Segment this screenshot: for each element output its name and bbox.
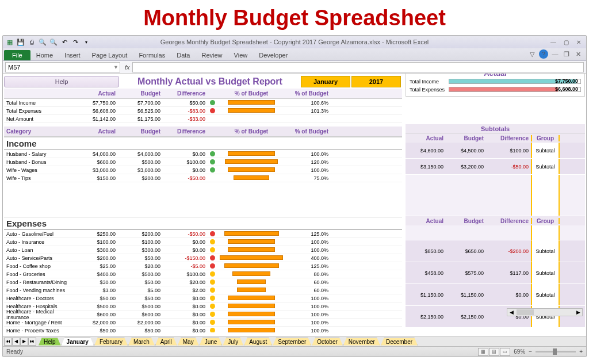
- tab-review[interactable]: Review: [196, 50, 228, 60]
- close-icon[interactable]: ✕: [575, 38, 583, 46]
- sheet-tab-october[interactable]: October: [312, 338, 343, 346]
- tab-insert[interactable]: Insert: [59, 50, 86, 60]
- year-cell[interactable]: 2017: [351, 76, 401, 87]
- data-row[interactable]: Food - Vending machines$3.00$5.00 $2.00 …: [4, 286, 402, 294]
- data-row[interactable]: Husband - Bonus$600.00$500.00 $100.00 12…: [4, 158, 402, 166]
- data-row[interactable]: Food - Restaurants/Dining$30.00$50.00 $2…: [4, 278, 402, 286]
- data-row[interactable]: Food - Groceries$400.00$500.00 $100.00 8…: [4, 270, 402, 278]
- quick-access-toolbar: ▦ 💾 ⎙ 🔍 🔍 ↶ ↷ ▾ Georges Monthly Budget S…: [3, 36, 586, 48]
- sheet-tab-august[interactable]: August: [244, 338, 272, 346]
- category-header: Category Actual Budget Difference % of B…: [4, 127, 402, 137]
- sheet-tab-july[interactable]: July: [223, 338, 243, 346]
- scroll-right-icon[interactable]: ▶: [574, 309, 582, 315]
- data-row[interactable]: Husband - Salary$4,000.00$4,000.00 $0.00…: [4, 150, 402, 158]
- data-row[interactable]: Auto - Gasoline/Fuel$250.00$200.00 -$50.…: [4, 230, 402, 238]
- workbook-min-icon[interactable]: —: [550, 49, 560, 59]
- data-row[interactable]: Wife - Tips$150.00$200.00 -$50.00 75.0%: [4, 174, 402, 182]
- data-row[interactable]: Home - Mortgage / Rent$2,000.00$2,000.00…: [4, 319, 402, 327]
- workbook-restore-icon[interactable]: ❐: [562, 49, 571, 59]
- data-row[interactable]: Auto - Loan$300.00$300.00 $0.00 100.0%: [4, 246, 402, 254]
- sheet-tab-may[interactable]: May: [178, 338, 199, 346]
- subtotal-row[interactable]: $458.00$575.00 $117.00Subtotal: [406, 262, 585, 284]
- hdr-pct: % of Budget: [217, 90, 286, 97]
- chevron-down-icon[interactable]: ▼: [113, 64, 118, 70]
- minimize-icon[interactable]: —: [549, 38, 557, 46]
- data-row[interactable]: Net Amount$1,142.00$1,175.00 -$33.00: [4, 115, 402, 123]
- help-button[interactable]: Help: [4, 76, 119, 87]
- view-normal-icon[interactable]: ▦: [478, 348, 488, 356]
- zoom-in-icon[interactable]: +: [579, 348, 583, 355]
- hdr-actual2: Actual: [73, 128, 118, 135]
- sheet-tab-february[interactable]: February: [94, 338, 128, 346]
- subtotals-title: Subtotals: [406, 124, 585, 133]
- find2-icon[interactable]: 🔍: [49, 37, 58, 47]
- tab-home[interactable]: Home: [30, 50, 59, 60]
- data-row[interactable]: Healthcare - Medical Insurance$600.00$60…: [4, 311, 402, 319]
- view-break-icon[interactable]: ▭: [500, 348, 510, 356]
- tab-formulas[interactable]: Formulas: [133, 50, 171, 60]
- data-row[interactable]: Healthcare - Doctors$50.00$50.00 $0.00 1…: [4, 294, 402, 302]
- scroll-left-icon[interactable]: ◀: [507, 309, 515, 315]
- ribbon-min-icon[interactable]: ▽: [527, 49, 537, 59]
- sheet-tab-april[interactable]: April: [155, 338, 177, 346]
- page-title: Monthly Budget Spreadsheet: [0, 0, 589, 35]
- tab-first-icon[interactable]: ⏮: [4, 338, 12, 346]
- subtotal-row[interactable]: $850.00$650.00 -$200.00Subtotal: [406, 240, 585, 262]
- formula-bar[interactable]: [132, 62, 584, 72]
- sheet-tab-september[interactable]: September: [273, 338, 311, 346]
- tab-page-layout[interactable]: Page Layout: [86, 50, 133, 60]
- redo-icon[interactable]: ↷: [71, 37, 80, 47]
- tab-prev-icon[interactable]: ◀: [12, 338, 20, 346]
- hdr-diff: Difference: [163, 90, 208, 97]
- print-icon[interactable]: ⎙: [27, 37, 36, 47]
- workbook-close-icon[interactable]: ✕: [573, 49, 583, 59]
- tab-view[interactable]: View: [228, 50, 254, 60]
- undo-icon[interactable]: ↶: [60, 37, 69, 47]
- data-row[interactable]: Auto - Service/Parts$200.00$50.00 -$150.…: [4, 254, 402, 262]
- excel-icon[interactable]: ▦: [5, 37, 14, 47]
- subtotal-row[interactable]: $3,150.00$3,200.00 -$50.00Subtotal: [406, 159, 585, 175]
- chart-expense-value: $6,608.00: [555, 86, 578, 92]
- tab-next-icon[interactable]: ▶: [20, 338, 28, 346]
- data-row[interactable]: Total Expenses$6,608.00$6,525.00 -$83.00…: [4, 107, 402, 115]
- status-bar: Ready ▦ ▤ ▭ 69% − +: [3, 346, 586, 357]
- data-row[interactable]: Auto - Insurance$100.00$100.00 $0.00 100…: [4, 238, 402, 246]
- tab-developer[interactable]: Developer: [253, 50, 293, 60]
- horizontal-scrollbar[interactable]: ◀ ▶: [507, 308, 583, 316]
- fx-label[interactable]: fx: [125, 64, 130, 71]
- zoom-out-icon[interactable]: −: [529, 348, 532, 355]
- tab-file[interactable]: File: [4, 50, 30, 60]
- sheet-tab-march[interactable]: March: [128, 338, 155, 346]
- sheet-tab-january[interactable]: January: [62, 338, 94, 346]
- find-icon[interactable]: 🔍: [38, 37, 47, 47]
- save-icon[interactable]: 💾: [16, 37, 25, 47]
- name-box[interactable]: M57▼: [5, 62, 120, 72]
- month-cell[interactable]: January: [301, 76, 350, 87]
- data-row[interactable]: Wife - Wages$3,000.00$3,000.00 $0.00 100…: [4, 166, 402, 174]
- sub-hdr-budget2: Budget: [446, 218, 486, 224]
- sub-hdr-group2: Group: [531, 218, 560, 224]
- sheet-tab-november[interactable]: November: [343, 338, 380, 346]
- tab-last-icon[interactable]: ⏭: [28, 338, 36, 346]
- maximize-icon[interactable]: ▢: [562, 38, 570, 46]
- sheet-tabs: ⏮ ◀ ▶ ⏭ HelpJanuaryFebruaryMarchAprilMay…: [3, 336, 586, 346]
- sheet-tab-june[interactable]: June: [200, 338, 223, 346]
- sheet-area: Help Monthly Actual vs Budget Report Jan…: [3, 74, 586, 336]
- sheet-tab-december[interactable]: December: [381, 338, 418, 346]
- qat-more-icon[interactable]: ▾: [82, 37, 91, 47]
- expenses-section-title: Expenses: [4, 217, 402, 230]
- data-row[interactable]: Food - Coffee shop$25.00$20.00 -$5.00 12…: [4, 262, 402, 270]
- ribbon-tabs: File Home Insert Page Layout Formulas Da…: [3, 48, 586, 61]
- sheet-tab-help[interactable]: Help: [39, 338, 61, 346]
- view-layout-icon[interactable]: ▤: [489, 348, 499, 356]
- help-icon[interactable]: ?: [539, 49, 548, 59]
- data-row[interactable]: Home - Property Taxes$50.00$50.00 $0.00 …: [4, 327, 402, 332]
- tab-data[interactable]: Data: [171, 50, 196, 60]
- subtotal-row[interactable]: $4,600.00$4,500.00 $100.00Subtotal: [406, 143, 585, 159]
- scroll-thumb[interactable]: [517, 309, 534, 315]
- zoom-slider[interactable]: [536, 351, 576, 352]
- subtotal-row[interactable]: $1,150.00$1,150.00 $0.00Subtotal: [406, 284, 585, 306]
- chart-income-value: $7,750.00: [555, 78, 578, 84]
- name-box-value: M57: [8, 64, 20, 71]
- data-row[interactable]: Total Income$7,750.00$7,700.00 $50.00 10…: [4, 99, 402, 107]
